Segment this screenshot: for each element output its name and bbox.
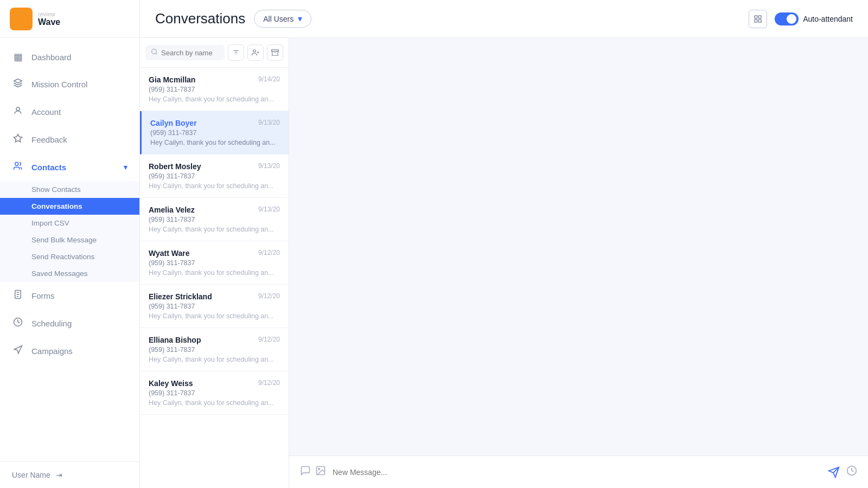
image-icon[interactable]	[315, 465, 326, 479]
sub-nav-saved-messages[interactable]: Saved Messages	[0, 265, 139, 282]
conv-date: 9/13/20	[258, 119, 280, 127]
conversation-item-5[interactable]: Wyatt Ware 9/12/20 (959) 311-7837 Hey Ca…	[140, 241, 289, 285]
logo-area: review review Wave	[0, 0, 139, 38]
sidebar-item-label-dashboard: Dashboard	[31, 53, 71, 62]
sidebar-item-label-scheduling: Scheduling	[31, 319, 72, 328]
sidebar-item-forms[interactable]: Forms	[0, 282, 139, 310]
conversation-item-6[interactable]: Eliezer Strickland 9/12/20 (959) 311-783…	[140, 285, 289, 328]
conv-preview: Hey Cailyn, thank you for scheduling an.…	[149, 182, 280, 190]
conv-phone: (959) 311-7837	[149, 259, 280, 267]
conv-phone: (959) 311-7837	[149, 346, 280, 354]
svg-point-17	[253, 50, 256, 53]
search-icon	[151, 48, 158, 57]
sidebar-item-account[interactable]: Account	[0, 98, 139, 126]
sidebar-item-label-campaigns: Campaigns	[31, 346, 73, 356]
sidebar: review review Wave ▦ Dashboard Mission C…	[0, 0, 140, 488]
dashboard-icon: ▦	[12, 51, 24, 63]
sidebar-item-feedback[interactable]: Feedback	[0, 126, 139, 153]
sms-icon[interactable]	[300, 465, 311, 479]
sidebar-item-scheduling[interactable]: Scheduling	[0, 310, 139, 337]
sidebar-item-campaigns[interactable]: Campaigns	[0, 337, 139, 365]
user-logout-area[interactable]: User Name ⇥	[0, 461, 139, 488]
sidebar-item-dashboard[interactable]: ▦ Dashboard	[0, 43, 139, 70]
conv-name: Robert Mosley	[149, 162, 201, 171]
conversation-item-7[interactable]: Elliana Bishop 9/12/20 (959) 311-7837 He…	[140, 328, 289, 371]
svg-rect-10	[755, 20, 757, 22]
scheduling-icon	[12, 317, 24, 330]
sidebar-item-mission-control[interactable]: Mission Control	[0, 70, 139, 98]
conversation-item-1[interactable]: Gia Mcmillan 9/14/20 (959) 311-7837 Hey …	[140, 68, 289, 111]
conv-date: 9/13/20	[258, 206, 280, 214]
svg-point-23	[318, 468, 320, 470]
send-button[interactable]	[828, 466, 840, 478]
conv-preview: Hey Cailyn, thank you for scheduling an.…	[149, 269, 280, 277]
sidebar-item-label-feedback: Feedback	[31, 135, 67, 144]
chat-area	[289, 38, 868, 488]
all-users-dropdown[interactable]: All Users ▾	[254, 10, 311, 28]
conversation-item-8[interactable]: Kaley Weiss 9/12/20 (959) 311-7837 Hey C…	[140, 371, 289, 415]
all-users-label: All Users	[263, 15, 293, 23]
mission-control-icon	[12, 78, 24, 91]
page-title: Conversations	[155, 10, 245, 27]
conv-phone: (959) 311-7837	[149, 216, 280, 223]
conv-name: Wyatt Ware	[149, 249, 189, 258]
dropdown-arrow-icon: ▾	[298, 14, 302, 24]
sub-nav-import-csv[interactable]: Import CSV	[0, 215, 139, 232]
auto-attendant-toggle[interactable]	[775, 12, 799, 25]
conv-name: Cailyn Boyer	[150, 119, 197, 127]
logo-review-label: review	[38, 11, 60, 17]
sub-nav-show-contacts[interactable]: Show Contacts	[0, 181, 139, 198]
conv-phone: (959) 311-7837	[149, 389, 280, 397]
logout-icon: ⇥	[56, 471, 62, 479]
archive-icon-button[interactable]	[267, 44, 283, 61]
conv-phone: (959) 311-7837	[150, 129, 280, 137]
conversation-item-3[interactable]: Robert Mosley 9/13/20 (959) 311-7837 Hey…	[140, 155, 289, 198]
contacts-icon	[12, 161, 24, 174]
logo-box: review	[10, 8, 33, 30]
conv-name: Kaley Weiss	[149, 379, 193, 388]
conversation-list: Gia Mcmillan 9/14/20 (959) 311-7837 Hey …	[140, 38, 289, 488]
sub-nav-send-reactivations[interactable]: Send Reactivations	[0, 248, 139, 265]
auto-attendant-label: Auto-attendant	[803, 15, 853, 23]
main-area: Conversations All Users ▾ Auto-attendant	[140, 0, 868, 488]
add-contact-icon-button[interactable]	[247, 44, 264, 61]
conv-preview: Hey Cailyn, thank you for scheduling an.…	[149, 95, 280, 103]
message-input-bar	[289, 455, 868, 488]
message-input-icons	[300, 465, 326, 479]
settings-icon-button[interactable]	[749, 10, 767, 28]
conv-date: 9/12/20	[258, 292, 280, 301]
conv-preview: Hey Cailyn, thank you for scheduling an.…	[149, 356, 280, 363]
new-message-input[interactable]	[333, 468, 821, 477]
conv-date: 9/14/20	[258, 75, 280, 84]
svg-rect-11	[758, 20, 761, 22]
schedule-message-button[interactable]	[846, 465, 857, 479]
conv-preview: Hey Cailyn, thank you for scheduling an.…	[149, 399, 280, 407]
topbar-right: Auto-attendant	[749, 10, 853, 28]
contacts-sub-nav: Show Contacts Conversations Import CSV S…	[0, 181, 139, 282]
sidebar-item-label-contacts: Contacts	[31, 163, 66, 172]
svg-point-0	[16, 107, 20, 111]
filter-icon-button[interactable]	[228, 44, 244, 61]
svg-rect-20	[272, 50, 279, 52]
sidebar-item-label-account: Account	[31, 107, 61, 117]
search-input[interactable]	[161, 49, 219, 57]
svg-line-13	[156, 53, 157, 54]
conv-name: Eliezer Strickland	[149, 292, 212, 301]
sub-nav-send-bulk-message[interactable]: Send Bulk Message	[0, 232, 139, 248]
conv-date: 9/12/20	[258, 336, 280, 344]
conversation-item-2[interactable]: Cailyn Boyer 9/13/20 (959) 311-7837 Hey …	[140, 111, 289, 155]
sidebar-item-contacts[interactable]: Contacts ▾	[0, 153, 139, 181]
forms-icon	[12, 290, 24, 302]
sub-nav-conversations[interactable]: Conversations	[0, 198, 139, 215]
svg-rect-9	[758, 16, 761, 18]
chat-messages	[289, 38, 868, 455]
conversation-item-4[interactable]: Amelia Velez 9/13/20 (959) 311-7837 Hey …	[140, 198, 289, 241]
svg-point-12	[152, 49, 157, 54]
logo-review-text: review	[11, 15, 31, 23]
logo-wave-label: Wave	[38, 17, 60, 27]
sidebar-item-label-mission-control: Mission Control	[31, 80, 87, 89]
sidebar-item-label-forms: Forms	[31, 291, 55, 300]
svg-marker-1	[14, 134, 22, 142]
search-bar	[140, 38, 289, 68]
svg-rect-8	[755, 16, 757, 18]
